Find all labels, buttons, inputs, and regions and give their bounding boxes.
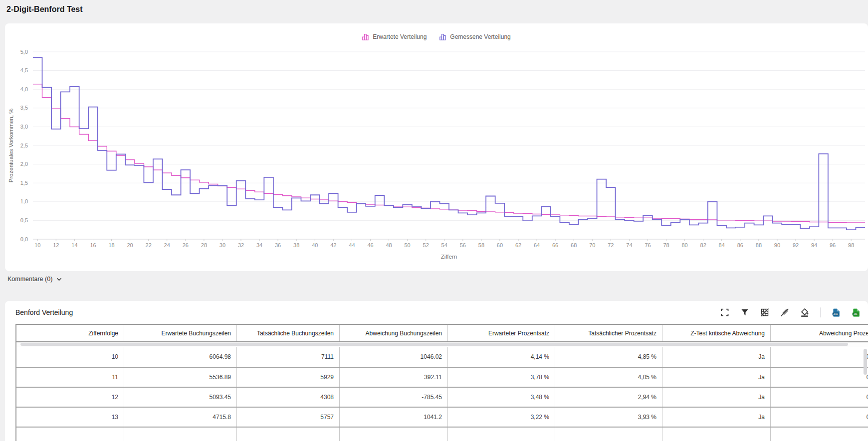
comments-toggle[interactable]: Kommentare (0) (7, 276, 62, 283)
table-cell: 1046.02 (340, 347, 448, 367)
table-cell: 3,78 % (448, 368, 555, 387)
page-title: 2-Digit-Benford Test (6, 4, 868, 14)
table-header-cell[interactable]: Ziffernfolge (16, 325, 124, 341)
svg-text:18: 18 (108, 242, 114, 248)
table-header-cell[interactable]: Abweichung Prozentsatz (771, 325, 868, 341)
table-cell: 0,71 % (771, 408, 868, 427)
table-header-cell[interactable]: Tatsächliche Buchungszeilen (237, 325, 340, 341)
svg-text:94: 94 (811, 242, 817, 248)
svg-text:68: 68 (571, 242, 577, 248)
comments-label: Kommentare (0) (7, 276, 52, 283)
svg-text:30: 30 (219, 242, 225, 248)
toolbar-divider (820, 307, 821, 317)
svg-text:10: 10 (34, 242, 40, 248)
table-header-cell[interactable]: Erwartete Buchungszeilen (124, 325, 237, 341)
table-toolbar: .csv .xls (720, 307, 861, 317)
svg-text:46: 46 (367, 242, 373, 248)
expand-icon (720, 308, 729, 317)
svg-text:82: 82 (700, 242, 706, 248)
table-header-cell[interactable]: Erwarteter Prozentsatz (448, 325, 555, 341)
svg-text:26: 26 (183, 242, 189, 248)
table-header-cell[interactable]: Abweichung Buchungszeilen (340, 325, 448, 341)
svg-text:34: 34 (256, 242, 262, 248)
table-cell: 2,94 % (555, 388, 662, 407)
histogram-icon (362, 33, 369, 40)
svg-text:1,0: 1,0 (20, 198, 28, 204)
export-csv-button[interactable]: .csv (831, 307, 841, 317)
svg-text:92: 92 (793, 242, 799, 248)
svg-text:14: 14 (71, 242, 77, 248)
legend-label-expected: Erwartete Verteilung (373, 33, 427, 40)
table-cell: Ja (662, 388, 771, 407)
export-xls-button[interactable]: .xls (851, 307, 861, 317)
table-cell: 7111 (237, 347, 340, 367)
svg-text:74: 74 (626, 242, 632, 248)
table-row[interactable]: 125093.454308-785.453,48 %2,94 %Ja0,54 % (16, 387, 868, 407)
fill-color-button[interactable] (800, 307, 810, 317)
table-cell: 11 (16, 368, 124, 387)
table-cell: 5929 (237, 368, 340, 387)
table-cell (16, 428, 124, 441)
toggle-grid-borders-button[interactable] (760, 307, 770, 317)
svg-text:36: 36 (275, 242, 281, 248)
table-header-cell[interactable]: Z-Test kritische Abweichung (662, 325, 771, 341)
benford-data-grid: ZiffernfolgeErwartete BuchungszeilenTats… (15, 324, 868, 441)
svg-text:84: 84 (719, 242, 725, 248)
svg-text:2,5: 2,5 (20, 143, 28, 148)
xls-file-icon: .xls (852, 308, 861, 317)
svg-text:.xls: .xls (853, 312, 857, 315)
legend-item-measured[interactable]: Gemessene Verteilung (439, 33, 510, 40)
brush-off-icon (780, 308, 789, 317)
svg-text:0,5: 0,5 (20, 217, 28, 223)
benford-chart-card: Erwartete Verteilung Gemessene Verteilun… (5, 23, 868, 271)
table-cell: 5757 (237, 408, 340, 427)
table-cell (340, 428, 448, 441)
svg-text:2,0: 2,0 (20, 161, 28, 167)
table-cell: 0,71 % (771, 347, 868, 367)
svg-text:70: 70 (589, 242, 595, 248)
table-row[interactable]: 134715.857571041.23,22 %3,93 %Ja0,71 % (16, 407, 868, 427)
svg-text:3,0: 3,0 (20, 124, 28, 130)
table-cell: 4308 (237, 388, 340, 407)
table-cell: 13 (16, 408, 124, 427)
fullscreen-button[interactable] (720, 307, 730, 317)
table-cell (771, 428, 868, 441)
svg-text:80: 80 (681, 242, 687, 248)
svg-text:20: 20 (127, 242, 133, 248)
table-cell (555, 428, 662, 441)
svg-text:12: 12 (53, 242, 59, 248)
table-row[interactable]: 106064.9871111046.024,14 %4,85 %Ja0,71 % (16, 347, 868, 367)
histogram-icon (439, 33, 446, 40)
clear-formatting-button[interactable] (780, 307, 790, 317)
legend-item-expected[interactable]: Erwartete Verteilung (362, 33, 427, 40)
table-cell: 10 (16, 347, 124, 367)
table-cell: 4715.8 (124, 408, 237, 427)
fill-color-icon (800, 308, 809, 317)
table-cell: 0,27 % (771, 368, 868, 387)
svg-text:42: 42 (330, 242, 336, 248)
table-cell: 12 (16, 388, 124, 407)
table-cell: 4,14 % (448, 347, 555, 367)
table-header-cell[interactable]: Tatsächlicher Prozentsatz (555, 325, 662, 341)
svg-text:3,5: 3,5 (20, 105, 28, 111)
table-cell: Ja (662, 368, 771, 387)
svg-text:16: 16 (90, 242, 96, 248)
filter-button[interactable] (740, 307, 750, 317)
table-title: Benford Verteilung (15, 308, 73, 316)
csv-file-icon: .csv (832, 308, 841, 317)
horizontal-scrollbar-thumb[interactable] (20, 343, 848, 346)
svg-text:Prozentuales Vorkommen, %: Prozentuales Vorkommen, % (8, 109, 14, 182)
svg-text:1,5: 1,5 (20, 180, 28, 186)
svg-text:54: 54 (441, 242, 447, 248)
table-cell: 4,05 % (555, 368, 662, 387)
svg-text:56: 56 (460, 242, 466, 248)
vertical-scrollbar-thumb[interactable] (864, 349, 867, 375)
table-cell: 3,22 % (448, 408, 555, 427)
svg-text:72: 72 (608, 242, 614, 248)
table-row[interactable]: 115536.895929392.113,78 %4,05 %Ja0,27 % (16, 367, 868, 387)
benford-step-chart: 0,00,51,01,52,02,53,03,54,04,55,01012141… (5, 41, 868, 268)
table-cell (237, 428, 340, 441)
table-cell: 5536.89 (124, 368, 237, 387)
table-cell: 5093.45 (124, 388, 237, 407)
svg-text:66: 66 (552, 242, 558, 248)
